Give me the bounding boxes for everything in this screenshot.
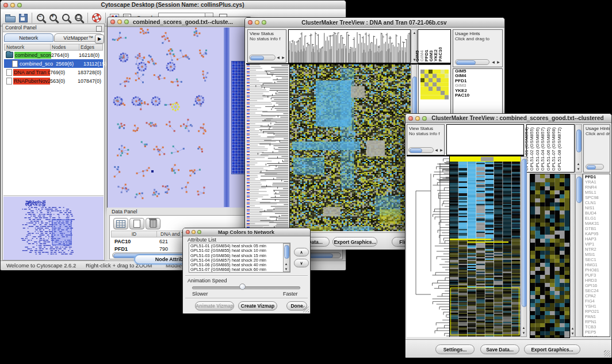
scroll-up-icon[interactable]: ▲: [284, 262, 289, 266]
minimize-icon[interactable]: [415, 116, 420, 121]
scroll-up-icon[interactable]: ▲: [570, 326, 575, 331]
gene-label[interactable]: MSL1: [583, 190, 610, 195]
zoom-window-icon[interactable]: [17, 3, 22, 7]
tv2-save-data-button[interactable]: Save Data...: [480, 344, 519, 354]
column-label[interactable]: GPL51-03 (GSM856): [535, 127, 540, 171]
zoom-out-button[interactable]: −: [35, 12, 47, 24]
attribute-vscrollbar[interactable]: ▲ ▼: [283, 243, 290, 272]
gene-label[interactable]: SEC24: [583, 288, 610, 293]
close-icon[interactable]: [3, 3, 8, 7]
close-icon[interactable]: [110, 20, 115, 24]
main-titlebar[interactable]: Cytoscape Desktop (Session Name: collins…: [1, 1, 346, 10]
gene-label[interactable]: BUD4: [583, 210, 610, 216]
column-label[interactable]: GPL51-08 (GSM872): [557, 127, 562, 171]
col-edges[interactable]: Edges: [79, 44, 102, 50]
hscrollbar-thumb[interactable]: [410, 148, 422, 153]
move-down-button[interactable]: ∨: [294, 259, 309, 267]
attribute-item[interactable]: GPL51-07 (GSM868) heat shock 60 min: [190, 267, 282, 272]
gene-label[interactable]: RPO21: [583, 309, 610, 314]
scroll-down-icon[interactable]: ▼: [521, 331, 526, 335]
scroll-left-icon[interactable]: ◀: [491, 60, 496, 64]
gene-label[interactable]: SPC98: [583, 195, 610, 200]
tv2-usage-hscrollbar[interactable]: [586, 164, 604, 170]
gene-label[interactable]: HAP3: [583, 236, 610, 242]
minimize-icon[interactable]: [192, 230, 196, 234]
gene-label[interactable]: HMG1: [583, 262, 610, 267]
vscrollbar-thumb[interactable]: [522, 159, 527, 307]
move-up-button[interactable]: ∧: [294, 248, 309, 256]
close-icon[interactable]: [248, 20, 253, 25]
vscrollbar-thumb[interactable]: [284, 245, 289, 259]
minimize-icon[interactable]: [117, 20, 122, 24]
gene-label[interactable]: PUF3: [583, 273, 610, 278]
create-vizmap-button[interactable]: Create Vizmap: [238, 301, 277, 311]
column-label[interactable]: GPL51-04 (GSM857): [540, 127, 545, 171]
scroll-up-icon[interactable]: ▲: [576, 162, 581, 166]
gene-label[interactable]: MON2: [583, 335, 610, 337]
network-row[interactable]: combined_scores 2764(0) 16218(0): [4, 51, 103, 59]
float-panel-icon[interactable]: [96, 26, 102, 32]
gene-label[interactable]: CPA2: [583, 293, 610, 298]
hscrollbar-thumb[interactable]: [587, 165, 596, 170]
hscrollbar-thumb[interactable]: [250, 56, 264, 60]
column-label[interactable]: PAC10: [438, 47, 443, 62]
treeview2-titlebar[interactable]: ClusterMaker TreeView : combined_scores_…: [406, 114, 611, 123]
network-canvas[interactable]: [109, 28, 224, 207]
tv1-export-graphics-button[interactable]: Export Graphics...: [332, 237, 377, 247]
resize-grip[interactable]: [604, 350, 610, 357]
tv2-column-dendrogram-area[interactable]: [446, 124, 524, 155]
attribute-select-button[interactable]: [113, 218, 128, 229]
close-icon[interactable]: [408, 116, 413, 121]
zoom-selected-button[interactable]: [72, 12, 85, 24]
hscrollbar-thumb[interactable]: [456, 60, 476, 65]
tv2-gene-vscrollbar[interactable]: [575, 174, 583, 337]
gene-label[interactable]: CLN1: [583, 200, 610, 205]
scroll-up-icon[interactable]: ▲: [521, 325, 526, 330]
gene-label[interactable]: YSH1: [583, 304, 610, 309]
gene-label[interactable]: YRA1: [583, 179, 610, 185]
new-attribute-button[interactable]: [129, 218, 144, 229]
tab-overflow-button[interactable]: ▶: [95, 35, 104, 44]
column-label[interactable]: GPL51-02 (GSM855): [529, 127, 534, 171]
gene-label[interactable]: MSI1: [583, 252, 610, 257]
scroll-right-icon[interactable]: ▶: [439, 148, 444, 152]
animate-vizmap-button[interactable]: Animate Vizmap: [195, 301, 234, 311]
zoom-in-button[interactable]: +: [47, 12, 60, 24]
vscrollbar-thumb[interactable]: [576, 129, 582, 152]
zoom-fit-button[interactable]: [60, 12, 72, 24]
gene-label[interactable]: SEC1: [583, 257, 610, 262]
network-row[interactable]: DNA and Tran 07 769(0) 183728(0): [4, 68, 103, 76]
gene-label[interactable]: MAK31: [583, 221, 610, 226]
gene-label[interactable]: GPI16: [583, 283, 610, 288]
tv1-column-dendrogram[interactable]: [288, 29, 411, 63]
tv1-heatmap[interactable]: [289, 64, 411, 231]
gene-label[interactable]: GTB1: [583, 226, 610, 231]
tv2-status-hscrollbar[interactable]: [408, 147, 434, 153]
scroll-right-icon[interactable]: ▶: [281, 55, 286, 60]
gene-label[interactable]: VIP1: [583, 242, 610, 247]
gene-label[interactable]: PEP5: [583, 329, 610, 335]
gene-label[interactable]: PHO81: [583, 267, 610, 273]
column-label[interactable]: GPL51-06 (GSM865): [546, 127, 551, 171]
control-panel-tab[interactable]: Network: [4, 33, 53, 42]
minimize-icon[interactable]: [10, 3, 15, 7]
open-session-button[interactable]: [4, 12, 17, 24]
vscrollbar-thumb[interactable]: [576, 177, 582, 203]
tv2-vscrollbar[interactable]: ▲ ▼: [521, 156, 527, 337]
speed-slider-thumb[interactable]: [239, 283, 246, 290]
tv1-usage-hscrollbar[interactable]: [455, 59, 489, 65]
tv2-row-dendrogram[interactable]: [407, 156, 449, 337]
birdseye-panel[interactable]: [3, 196, 104, 260]
zoom-window-icon[interactable]: [422, 116, 427, 121]
tv1-zoom-heatmap[interactable]: [420, 70, 449, 99]
scroll-up-icon[interactable]: ▲: [412, 30, 417, 35]
scroll-down-icon[interactable]: ▼: [576, 167, 581, 171]
gene-label[interactable]: RNR4: [583, 185, 610, 190]
zoom-window-icon[interactable]: [124, 20, 129, 24]
gene-label[interactable]: ELG1: [583, 216, 610, 221]
gene-label[interactable]: PAC10: [453, 93, 502, 98]
scroll-left-icon[interactable]: ◀: [434, 148, 439, 152]
tv1-status-hscrollbar[interactable]: [249, 55, 276, 60]
minimize-icon[interactable]: [255, 20, 259, 25]
zoom-window-icon[interactable]: [197, 230, 201, 234]
